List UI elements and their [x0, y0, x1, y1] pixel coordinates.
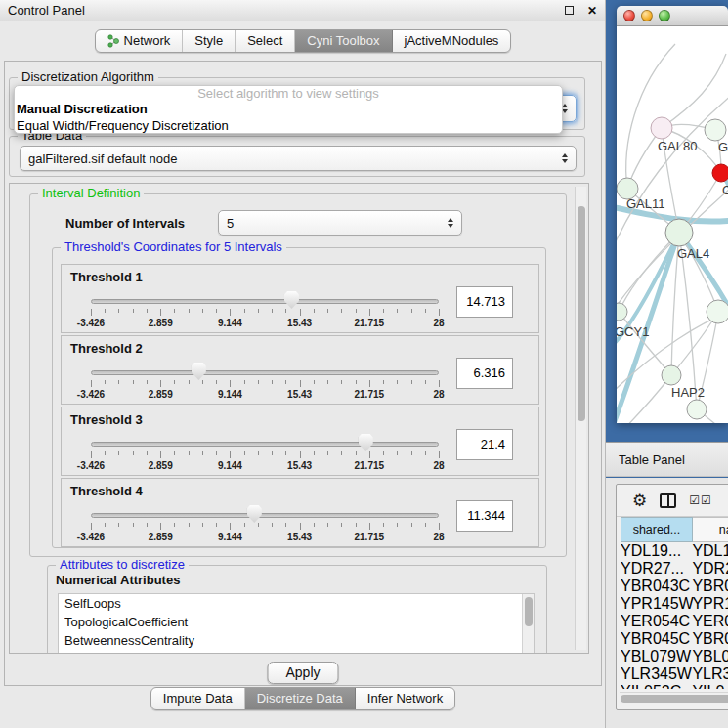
minimize-traffic-light-icon[interactable]	[641, 10, 653, 21]
numerical-attributes-list[interactable]: SelfLoopsTopologicalCoefficientBetweenne…	[58, 593, 535, 654]
network-view-window: GAL80GACGAL11GAL4GCY1HAHAP2	[617, 6, 728, 423]
table-row[interactable]: YBR045CYBR0	[621, 630, 728, 648]
table-data-combobox[interactable]: galFiltered.sif default node	[20, 146, 577, 171]
table-cell[interactable]: YDR27...	[621, 560, 692, 578]
network-node[interactable]	[705, 119, 726, 141]
attribute-list-item[interactable]: SelfLoops	[59, 594, 534, 613]
tab-cyni-toolbox[interactable]: Cyni Toolbox	[295, 30, 392, 52]
threshold-slider-row: Threshold 4-3.4262.8599.14415.4321.71528…	[61, 478, 539, 547]
network-canvas[interactable]: GAL80GACGAL11GAL4GCY1HAHAP2	[617, 26, 728, 423]
tab-jactivemnodules[interactable]: jActiveMNodules	[393, 30, 511, 52]
slider-tick-label: 2.859	[149, 318, 173, 328]
table-horizontal-scrollbar[interactable]	[620, 692, 728, 704]
tab-network[interactable]: Network	[96, 30, 184, 52]
table-row[interactable]: YPR145WYPR1	[621, 595, 728, 613]
scrollbar-thumb[interactable]	[621, 695, 728, 703]
slider-tick-label: -3.426	[77, 389, 105, 400]
table-cell[interactable]: YDL19...	[621, 542, 692, 560]
close-traffic-light-icon[interactable]	[623, 10, 635, 21]
tab-label: Network	[124, 33, 171, 48]
network-node[interactable]	[665, 219, 693, 246]
table-cell[interactable]: YBR0	[692, 630, 728, 648]
slider-tick	[258, 451, 259, 455]
network-node[interactable]	[617, 303, 627, 321]
tab-select[interactable]: Select	[236, 30, 295, 52]
attributes-scrollbar[interactable]	[522, 594, 534, 654]
table-row[interactable]: YDR27...YDR2	[621, 560, 728, 578]
zoom-traffic-light-icon[interactable]	[659, 10, 670, 21]
network-node[interactable]	[707, 300, 728, 323]
apply-button[interactable]: Apply	[267, 662, 338, 684]
slider-tick	[314, 309, 315, 313]
tab-style[interactable]: Style	[183, 30, 236, 52]
popup-item-manual-discretization[interactable]: Manual Discretization	[15, 101, 562, 117]
slider-track[interactable]	[91, 513, 439, 518]
table-column-header[interactable]: shared...	[621, 518, 693, 542]
table-cell[interactable]: YER0	[692, 613, 728, 630]
table-cell[interactable]: YPR145W	[621, 595, 692, 613]
slider-tick	[230, 309, 231, 316]
combo-stepper-icon	[562, 153, 568, 163]
slider-thumb[interactable]	[284, 291, 299, 309]
close-icon[interactable]: ✕	[587, 5, 597, 17]
table-cell[interactable]: YDR2	[692, 560, 728, 578]
threshold-value-field[interactable]: 11.344	[456, 500, 513, 532]
table-row[interactable]: YLR345WYLR3	[621, 665, 728, 683]
slider-thumb[interactable]	[247, 505, 262, 523]
slider-tick	[160, 380, 161, 387]
slider-tick-label: -3.426	[77, 532, 105, 542]
gear-icon[interactable]: ⚙	[632, 492, 647, 509]
network-node[interactable]	[662, 365, 681, 385]
table-cell[interactable]: YER054C	[621, 613, 692, 630]
slider-tick	[174, 380, 175, 384]
column-layout-icon[interactable]	[660, 493, 676, 508]
network-node[interactable]	[687, 400, 707, 419]
slider-tick	[91, 380, 92, 387]
slider-tick	[272, 309, 273, 313]
table-cell[interactable]: YLR3	[692, 665, 728, 683]
combo-stepper-icon	[448, 218, 453, 228]
table-row[interactable]: YDL19...YDL1	[621, 542, 728, 560]
threshold-value-field[interactable]: 21.4	[456, 429, 513, 460]
scrollbar-thumb[interactable]	[578, 206, 585, 421]
table-cell[interactable]: YIL052C	[621, 683, 692, 689]
slider-tick	[230, 451, 231, 458]
table-cell[interactable]: YLR345W	[621, 665, 692, 683]
table-cell[interactable]: YIL0	[692, 683, 728, 689]
slider-thumb[interactable]	[359, 434, 373, 451]
tab-infer-network[interactable]: Infer Network	[356, 688, 454, 709]
slider-tick	[244, 523, 245, 527]
tab-discretize-data[interactable]: Discretize Data	[245, 688, 356, 709]
slider-tick	[356, 380, 357, 384]
table-cell[interactable]: YBL0	[692, 648, 728, 665]
tab-label: Impute Data	[163, 691, 233, 706]
slider-track[interactable]	[91, 442, 439, 447]
slider-thumb[interactable]	[192, 363, 206, 380]
select-columns-icon[interactable]: ☑☑	[689, 493, 712, 507]
tab-impute-data[interactable]: Impute Data	[151, 688, 245, 709]
network-node[interactable]	[712, 164, 728, 182]
slider-track[interactable]	[91, 370, 439, 375]
number-of-intervals-combobox[interactable]: 5	[218, 210, 462, 236]
slider-track[interactable]	[91, 299, 439, 304]
network-node[interactable]	[651, 117, 672, 139]
float-window-icon[interactable]	[565, 6, 574, 15]
table-row[interactable]: YBR043CYBR0	[621, 578, 728, 595]
table-cell[interactable]: YDL1	[692, 542, 728, 560]
table-row[interactable]: YER054CYER0	[621, 613, 728, 630]
table-cell[interactable]: YBL079W	[621, 648, 692, 665]
table-cell[interactable]: YBR0	[692, 578, 728, 595]
table-row[interactable]: YIL052CYIL0	[621, 683, 728, 689]
table-cell[interactable]: YBR045C	[621, 630, 692, 648]
panel-scrollbar[interactable]	[575, 187, 586, 650]
table-cell[interactable]: YBR043C	[621, 578, 692, 595]
table-row[interactable]: YBL079WYBL0	[621, 648, 728, 665]
attribute-list-item[interactable]: TopologicalCoefficient	[59, 613, 534, 631]
threshold-value-field[interactable]: 6.316	[456, 358, 513, 389]
scrollbar-thumb[interactable]	[525, 597, 533, 626]
table-column-header[interactable]: name	[692, 518, 728, 542]
threshold-value-field[interactable]: 14.713	[456, 286, 513, 318]
attribute-list-item[interactable]: BetweennessCentrality	[59, 631, 534, 650]
popup-item-equal-width-frequency-discretization[interactable]: Equal Width/Frequency Discretization	[15, 117, 562, 134]
table-cell[interactable]: YPR1	[692, 595, 728, 613]
